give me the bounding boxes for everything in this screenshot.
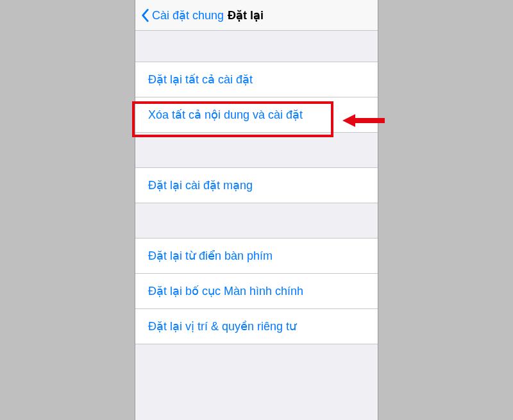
list-item-label: Đặt lại cài đặt mạng [148,179,253,192]
spacer [135,133,378,167]
navbar: Cài đặt chung Đặt lại [135,0,378,31]
list-item-label: Đặt lại bố cục Màn hình chính [148,285,303,298]
list-item-label: Đặt lại vị trí & quyền riêng tư [148,320,296,333]
reset-home-screen-layout[interactable]: Đặt lại bố cục Màn hình chính [135,274,378,309]
reset-network-settings[interactable]: Đặt lại cài đặt mạng [135,168,378,203]
reset-keyboard-dictionary[interactable]: Đặt lại từ điển bàn phím [135,239,378,274]
spacer [135,31,378,62]
reset-location-privacy[interactable]: Đặt lại vị trí & quyền riêng tư [135,309,378,344]
back-button[interactable]: Cài đặt chung [140,8,224,22]
list-item-label: Đặt lại từ điển bàn phím [148,249,273,262]
reset-all-settings[interactable]: Đặt lại tất cả cài đặt [135,62,378,97]
spacer [135,203,378,238]
phone-screen: Cài đặt chung Đặt lại Đặt lại tất cả cài… [135,0,378,420]
back-label: Cài đặt chung [152,8,224,22]
chevron-left-icon [140,8,149,22]
list-item-label: Đặt lại tất cả cài đặt [148,73,253,86]
page-title: Đặt lại [228,8,264,22]
list-group-1: Đặt lại tất cả cài đặt Xóa tất cả nội du… [135,62,378,133]
list-item-label: Xóa tất cả nội dung và cài đặt [148,108,303,121]
erase-all-content-and-settings[interactable]: Xóa tất cả nội dung và cài đặt [135,97,378,132]
list-group-3: Đặt lại từ điển bàn phím Đặt lại bố cục … [135,238,378,344]
list-group-2: Đặt lại cài đặt mạng [135,167,378,203]
